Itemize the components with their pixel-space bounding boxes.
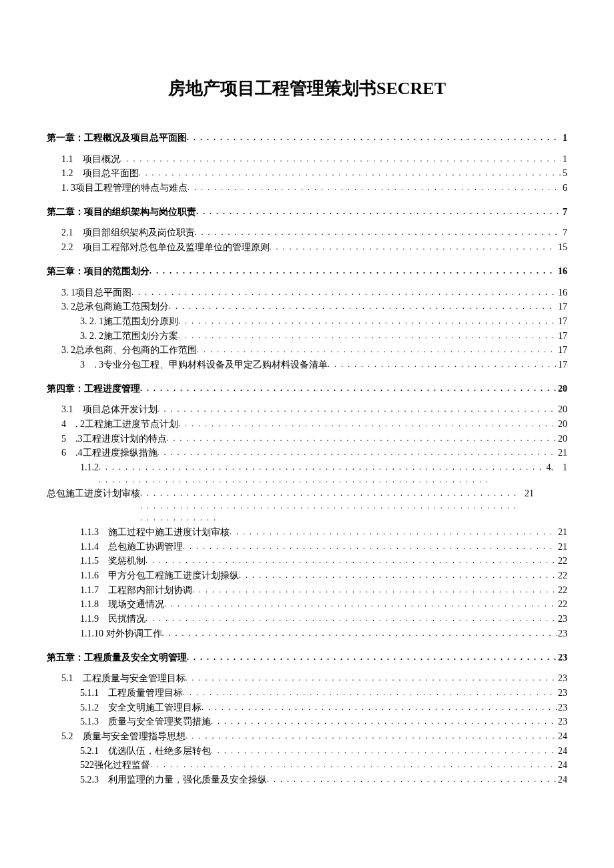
toc-leader-dots	[158, 446, 557, 459]
toc-page-number: 7	[561, 205, 567, 220]
toc-chapter[interactable]: 第一章：工程概况及项目总平面图1	[47, 131, 567, 145]
toc-leader-dots	[150, 759, 557, 771]
toc-label: 5.2.3 利用监理的力量，强化质量及安全操纵	[80, 773, 267, 787]
toc-section[interactable]: 4 . 2工程施工进度节点计划20	[47, 417, 567, 432]
toc-section[interactable]: 1.1 项目概况1	[47, 152, 567, 167]
toc-page-number: 23	[557, 671, 567, 686]
toc-label: 1.1.3 施工过程中施工进度计划审核	[80, 525, 230, 540]
toc-chapter[interactable]: 第二章：项目的组织架构与岗位职责7	[47, 205, 567, 220]
toc-page-number: 17	[557, 329, 567, 344]
toc-subsection[interactable]: 522强化过程监督24	[47, 758, 567, 773]
toc-leader-dots	[328, 358, 557, 371]
toc-page-number: 24	[557, 773, 567, 787]
toc-subsection[interactable]: 1.1.7 工程部内部计划协调22	[47, 583, 567, 598]
toc-section[interactable]: 2.1 项目部组织架构及岗位职责7	[47, 226, 567, 240]
toc-section[interactable]: 3. 1项目总平面图16	[47, 286, 567, 300]
toc-leader-dots	[186, 672, 557, 685]
toc-leader-dots	[149, 265, 557, 278]
toc-label: 2.1 项目部组织架构及岗位职责	[61, 226, 195, 240]
toc-leader-dots	[164, 598, 557, 610]
toc-subsection[interactable]: 5.1.3 质量与安全管理奖罚措施23	[47, 715, 567, 729]
toc-chapter[interactable]: 第三章：项目的范围划分16	[47, 264, 567, 279]
toc-leader-dots	[162, 627, 557, 640]
toc-page-number: 17	[557, 343, 567, 358]
document-page: 房地产项目工程管理策划书SECRET 第一章：工程概况及项目总平面图11.1 项…	[0, 0, 614, 821]
toc-label: 3. 1项目总平面图	[61, 286, 131, 300]
toc-subsection[interactable]: 5.2.3 利用监理的力量，强化质量及安全操纵24	[47, 773, 567, 787]
toc-label: 5.1.2 安全文明施工管理目标	[80, 701, 202, 715]
toc-page-number: 24	[557, 744, 567, 759]
toc-label: 1.1.6 甲方分包工程施工进度计划操纵	[80, 568, 239, 583]
toc-leader-dots	[188, 181, 561, 194]
toc-inline-text: 4. 1	[545, 460, 568, 475]
toc-section[interactable]: 5.2 质量与安全管理指导思想24	[47, 729, 567, 744]
toc-label: 1.1.5 奖惩机制	[80, 554, 145, 568]
toc-subsection[interactable]: 1.1.9 民扰情况23	[47, 612, 567, 626]
toc-page-number: 22	[557, 554, 567, 568]
toc-label: 5.1.3 质量与安全管理奖罚措施	[80, 715, 211, 729]
toc-label: 1.1.4 总包施工协调管理	[80, 540, 183, 554]
toc-label: 3.1 项目总体开发计划	[61, 402, 158, 417]
toc-section[interactable]: 2.2 项目工程部对总包单位及监理单位的管理原则15	[47, 240, 567, 255]
toc-leader-dots	[186, 730, 557, 743]
toc-page-number: 21	[523, 486, 534, 501]
toc-subsection[interactable]: 3 . 3专业分包工程、甲购材料设备及甲定乙购材料设备清单17	[47, 358, 567, 372]
toc-leader-dots	[99, 461, 545, 486]
toc-page-number: 20	[557, 417, 567, 432]
toc-leader-dots	[270, 241, 557, 254]
toc-chapter[interactable]: 第五章：工程质量及安全文明管理23	[47, 650, 567, 665]
toc-subsection[interactable]: 1.1.6 甲方分包工程施工进度计划操纵22	[47, 568, 567, 583]
toc-label: 1.1.9 民扰情况	[80, 612, 145, 626]
toc-label: 第五章：工程质量及安全文明管理	[47, 650, 187, 665]
toc-leader-dots	[211, 745, 557, 757]
toc-leader-dots	[239, 569, 557, 582]
table-of-contents: 第一章：工程概况及项目总平面图11.1 项目概况11.2 项目总平面图51. 3…	[47, 131, 567, 787]
toc-section[interactable]: 3. 2总承包商、分包商的工作范围17	[47, 343, 567, 358]
toc-page-number: 16	[557, 264, 567, 279]
toc-leader-dots	[192, 584, 557, 596]
toc-leader-dots	[120, 153, 562, 165]
toc-label: 第一章：工程概况及项目总平面图	[47, 131, 187, 145]
toc-chapter[interactable]: 第四章：工程进度管理20	[47, 382, 567, 396]
toc-subsection[interactable]: 3. 2. 1施工范围划分原则17	[47, 314, 567, 329]
toc-section[interactable]: 5.1 工程质量与安全管理目标23	[47, 671, 567, 686]
toc-page-number: 22	[557, 597, 567, 612]
toc-section[interactable]: 3. 2总承包商施工范围划分17	[47, 300, 567, 314]
toc-label: 3. 2. 2施工范围划分方案	[80, 329, 178, 344]
toc-page-number: 22	[557, 568, 567, 583]
toc-leader-dots	[202, 701, 557, 714]
toc-label: 1.1.2	[80, 460, 99, 475]
toc-page-number: 23	[557, 686, 567, 701]
toc-label: 1.2 项目总平面图	[61, 166, 139, 181]
toc-label: 522强化过程监督	[80, 758, 150, 773]
toc-label: 1. 3项目工程管理的特点与难点	[61, 181, 188, 195]
toc-leader-dots	[178, 418, 557, 430]
toc-section[interactable]: 1.2 项目总平面图5	[47, 166, 567, 181]
toc-page-number: 6	[561, 181, 567, 195]
toc-leader-dots	[145, 554, 557, 567]
toc-subsection[interactable]: 1.1.8 现场交通情况22	[47, 597, 567, 612]
toc-subsection[interactable]: 5.1.1 工程质量管理目标23	[47, 686, 567, 701]
toc-subsection[interactable]: 1.1.4 总包施工协调管理21	[47, 540, 567, 554]
toc-subsection[interactable]: 5.1.2 安全文明施工管理目标23	[47, 701, 567, 715]
toc-page-number: 23	[557, 701, 567, 715]
toc-leader-dots	[183, 540, 557, 553]
toc-label: 5.2 质量与安全管理指导思想	[61, 729, 186, 744]
toc-page-number: 23	[557, 612, 567, 626]
toc-page-number: 1	[561, 152, 567, 167]
toc-subsection[interactable]: 1.1.3 施工过程中施工进度计划审核21	[47, 525, 567, 540]
toc-label: 1.1.10 对外协调工作	[80, 626, 162, 641]
toc-page-number: 21	[557, 446, 567, 460]
toc-leader-dots	[187, 651, 557, 664]
toc-leader-dots	[140, 487, 523, 524]
toc-subsection[interactable]: 5.2.1 优选队伍，杜绝多层转包24	[47, 744, 567, 759]
toc-section[interactable]: 1. 3项目工程管理的特点与难点6	[47, 181, 567, 195]
toc-subsection[interactable]: 3. 2. 2施工范围划分方案17	[47, 329, 567, 344]
toc-section[interactable]: 6 .4工程进度操纵措施21	[47, 446, 567, 460]
toc-subsection[interactable]: 1.1.5 奖惩机制22	[47, 554, 567, 568]
toc-page-number: 21	[557, 540, 567, 554]
toc-leader-dots	[145, 612, 557, 625]
toc-subsection[interactable]: 1.1.10 对外协调工作23	[47, 626, 567, 641]
toc-section[interactable]: 5 .3工程进度计划的特点20	[47, 432, 567, 446]
toc-section[interactable]: 3.1 项目总体开发计划20	[47, 402, 567, 417]
